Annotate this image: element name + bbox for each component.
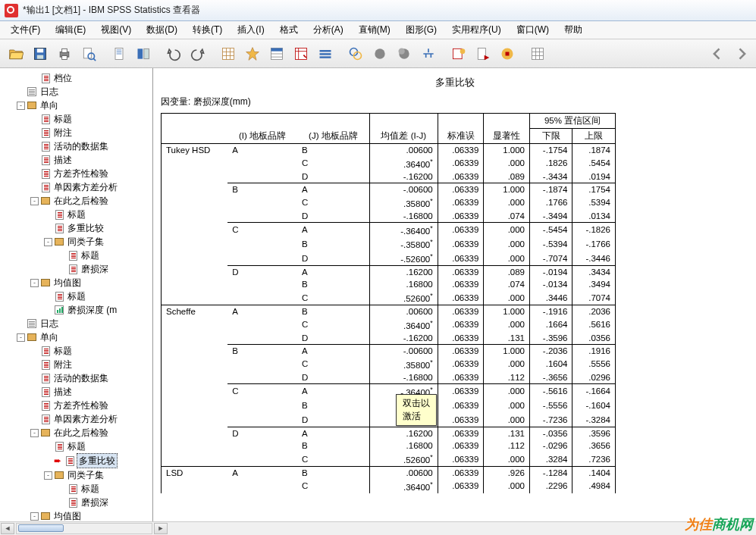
nav-fwd-button[interactable]	[730, 42, 753, 65]
tree-expander[interactable]: -	[44, 238, 52, 246]
menu-item[interactable]: 文件(F)	[5, 22, 46, 38]
weight-cases-button[interactable]	[369, 42, 391, 65]
menu-item[interactable]: 编辑(E)	[49, 22, 92, 38]
multiple-comparisons-table[interactable]: (I) 地板品牌(J) 地板品牌均值差 (I-J)标准误显著性95% 置信区间下…	[161, 113, 616, 493]
tree-item-label[interactable]: 标题	[66, 289, 87, 303]
designate-window-button[interactable]	[447, 42, 470, 65]
dependent-variable-label: 因变量: 磨损深度(mm)	[161, 95, 748, 108]
menu-item[interactable]: 数据(D)	[140, 22, 184, 38]
tree-item-label[interactable]: 标题	[52, 344, 74, 358]
menu-bar[interactable]: 文件(F)编辑(E)视图(V)数据(D)转换(T)插入(I)格式分析(A)直销(…	[0, 21, 756, 39]
run-pending-button[interactable]	[472, 42, 494, 65]
svg-rect-31	[532, 48, 544, 59]
nav-back-button[interactable]	[706, 42, 729, 65]
tree-item-label[interactable]: 标题	[80, 482, 101, 496]
tree-item-label[interactable]: 均值图	[52, 509, 83, 521]
menu-item[interactable]: 插入(I)	[231, 22, 270, 38]
tree-item-label[interactable]: 磨损深度 (m	[66, 303, 118, 317]
goto-data-button[interactable]	[217, 42, 240, 65]
tree-expander	[30, 361, 39, 369]
open-button[interactable]	[5, 42, 27, 65]
tree-expander[interactable]: -	[30, 512, 39, 521]
export-button[interactable]	[108, 42, 130, 65]
value-labels-button[interactable]	[393, 42, 416, 65]
variables-button[interactable]	[314, 42, 337, 65]
tree-item-label[interactable]: 同类子集	[66, 468, 105, 482]
tree-item-label[interactable]: 日志	[39, 317, 60, 330]
tree-item-label[interactable]: 方差齐性检验	[52, 167, 110, 180]
tree-item-label[interactable]: 单向	[39, 99, 60, 112]
tree-expander[interactable]: -	[44, 471, 52, 480]
tree-item-label[interactable]: 日志	[39, 85, 60, 99]
redo-button[interactable]	[187, 42, 209, 65]
tree-expander	[30, 347, 39, 355]
tree-item-label[interactable]: 在此之后检验	[52, 194, 110, 208]
tree-item-label[interactable]: 档位	[52, 71, 74, 85]
dialog-recall-button[interactable]	[132, 42, 155, 65]
menu-item[interactable]: 格式	[274, 22, 304, 38]
menu-item[interactable]: 转换(T)	[187, 22, 228, 38]
menu-item[interactable]: 帮助	[558, 22, 588, 38]
tree-item-label[interactable]: 单因素方差分析	[52, 412, 119, 426]
favorites-button[interactable]	[241, 42, 264, 65]
tree-expander	[58, 499, 66, 507]
scroll-left-button[interactable]: ◄	[1, 523, 14, 534]
tree-expander[interactable]: -	[17, 333, 25, 342]
output-viewer[interactable]: 多重比较 因变量: 磨损深度(mm) (I) 地板品牌(J) 地板品牌均值差 (…	[153, 68, 756, 521]
menu-item[interactable]: 窗口(W)	[510, 22, 555, 38]
tree-item-label[interactable]: 标题	[80, 249, 101, 262]
tree-item-label[interactable]: 单因素方差分析	[52, 180, 119, 194]
goto-var-button[interactable]	[290, 42, 312, 65]
tree-item-label[interactable]: 标题	[66, 208, 87, 221]
scroll-thumb[interactable]	[18, 524, 64, 532]
tree-item-label[interactable]: 标题	[66, 440, 87, 453]
tree-item-label[interactable]: 在此之后检验	[52, 426, 110, 440]
tree-expander	[30, 142, 39, 151]
select-cases-button[interactable]	[344, 42, 367, 65]
log-icon	[27, 86, 37, 97]
save-button[interactable]	[29, 42, 52, 65]
svg-point-26	[460, 48, 466, 54]
tree-expander[interactable]: -	[30, 279, 39, 287]
horizontal-scrollbar[interactable]: ◄ ►	[0, 521, 756, 535]
app-icon	[5, 4, 18, 17]
tree-item-label[interactable]: 方差齐性检验	[52, 399, 110, 412]
stop-button[interactable]	[496, 42, 519, 65]
split-file-button[interactable]	[417, 42, 440, 65]
goto-case-button[interactable]	[265, 42, 288, 65]
tree-item-label[interactable]: 磨损深	[80, 496, 110, 509]
tree-expander	[58, 265, 66, 274]
tree-item-label[interactable]: 多重比较	[66, 221, 105, 235]
tree-expander[interactable]: -	[30, 197, 39, 205]
print-button[interactable]	[53, 42, 76, 65]
tree-item-label[interactable]: 附注	[52, 358, 74, 371]
menu-item[interactable]: 实用程序(U)	[446, 22, 507, 38]
tree-item-label[interactable]: 标题	[52, 112, 74, 126]
tree-item-label[interactable]: 均值图	[52, 276, 83, 289]
svg-rect-1	[37, 48, 43, 52]
tree-item-label[interactable]: 描述	[52, 153, 74, 167]
outline-tree[interactable]: 档位日志-单向标题附注活动的数据集描述方差齐性检验单因素方差分析-在此之后检验标…	[0, 68, 153, 521]
tree-expander[interactable]: -	[30, 429, 39, 437]
menu-item[interactable]: 图形(G)	[400, 22, 443, 38]
scroll-right-button[interactable]: ►	[154, 523, 168, 534]
tree-item-label[interactable]: 单向	[39, 330, 60, 344]
menu-item[interactable]: 分析(A)	[307, 22, 350, 38]
tree-item-label[interactable]: 活动的数据集	[52, 371, 110, 385]
use-sets-button[interactable]	[526, 42, 549, 65]
chart-icon	[54, 305, 64, 315]
page-icon	[40, 373, 51, 383]
menu-item[interactable]: 视图(V)	[95, 22, 137, 38]
tree-item-label[interactable]: 同类子集	[66, 235, 105, 249]
tree-item-label[interactable]: 附注	[52, 126, 74, 139]
tree-item-label[interactable]: 活动的数据集	[52, 139, 110, 153]
tree-expander	[30, 74, 39, 83]
undo-button[interactable]	[162, 42, 185, 65]
tree-item-label[interactable]: 描述	[52, 385, 74, 399]
tree-item-label[interactable]: 磨损深	[80, 262, 110, 276]
tree-expander[interactable]: -	[17, 102, 25, 110]
menu-item[interactable]: 直销(M)	[353, 22, 397, 38]
print-preview-button[interactable]	[77, 42, 100, 65]
tree-item-label[interactable]: 多重比较	[77, 453, 118, 468]
watermark: 为佳商机网	[685, 515, 753, 533]
